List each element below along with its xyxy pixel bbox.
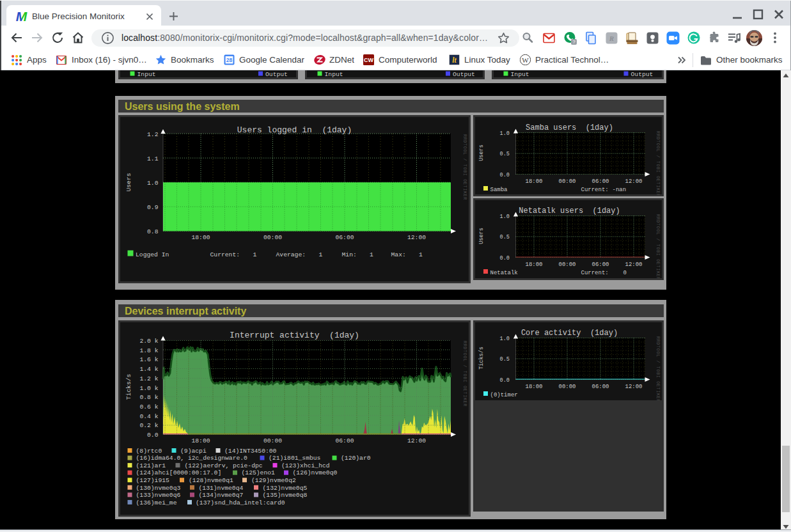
svg-text:1.2 k: 1.2 k [139, 375, 158, 382]
svg-text:(133)nvme0q6: (133)nvme0q6 [136, 492, 180, 499]
svg-text:0.8 k: 0.8 k [139, 394, 158, 401]
svg-text:(122)aerdrv, pcie-dpc: (122)aerdrv, pcie-dpc [184, 462, 262, 469]
svg-text:Current:: Current: [581, 187, 608, 193]
svg-text:-nan: -nan [612, 187, 626, 193]
svg-text:(121)ar1: (121)ar1 [136, 462, 166, 469]
svg-text:Netatalk: Netatalk [490, 269, 517, 276]
svg-text:1.0: 1.0 [499, 335, 509, 341]
svg-text:(8)rtc0: (8)rtc0 [136, 447, 162, 454]
svg-text:0.5: 0.5 [499, 234, 509, 240]
svg-text:12:00: 12:00 [407, 437, 425, 444]
svg-text:Ticks/s: Ticks/s [478, 347, 485, 370]
svg-text:06:00: 06:00 [591, 384, 609, 390]
svg-text:0: 0 [623, 269, 626, 276]
svg-text:1: 1 [370, 251, 373, 258]
svg-text:(131)nvme0q4: (131)nvme0q4 [198, 484, 243, 491]
svg-text:Samba: Samba [490, 187, 508, 193]
svg-text:(21)i801_smbus: (21)i801_smbus [269, 455, 321, 462]
svg-text:(137)snd_hda_intel:card0: (137)snd_hda_intel:card0 [196, 499, 285, 506]
svg-text:0.4 k: 0.4 k [139, 412, 158, 419]
svg-text:(9)acpi: (9)acpi [180, 447, 207, 454]
svg-text:00:00: 00:00 [263, 437, 281, 444]
svg-text:(0)timer: (0)timer [490, 391, 517, 398]
svg-text:Current:: Current: [210, 251, 240, 258]
svg-text:?: ? [572, 39, 575, 45]
svg-text:1.0: 1.0 [147, 180, 159, 187]
svg-text:1.2: 1.2 [147, 131, 159, 138]
svg-text:(124)ahci[0000:00:17.0]: (124)ahci[0000:00:17.0] [136, 469, 221, 476]
svg-text:12:00: 12:00 [625, 384, 642, 390]
svg-text:18:00: 18:00 [525, 384, 542, 390]
svg-text:0.5: 0.5 [499, 151, 509, 157]
svg-text:Netatalk users (1day): Netatalk users (1day) [519, 207, 620, 215]
svg-text:Ticks/s: Ticks/s [125, 373, 132, 400]
svg-text:18:00: 18:00 [191, 234, 210, 241]
svg-text:lt: lt [452, 56, 457, 64]
svg-text:(129)nvme0q2: (129)nvme0q2 [251, 477, 296, 484]
svg-text:06:00: 06:00 [591, 178, 609, 185]
svg-text:Users: Users [478, 228, 485, 244]
svg-text:12:00: 12:00 [625, 178, 642, 185]
svg-text:00:00: 00:00 [558, 384, 576, 390]
svg-text:00:00: 00:00 [263, 234, 281, 241]
svg-text:1.0 k: 1.0 k [139, 384, 158, 391]
svg-text:Logged In: Logged In [136, 251, 169, 258]
svg-text:12:00: 12:00 [407, 234, 425, 241]
svg-text:0.0: 0.0 [499, 172, 509, 178]
svg-text:M: M [16, 10, 27, 22]
svg-text:Core activity (1day): Core activity (1day) [521, 329, 617, 338]
svg-text:(120)ar0: (120)ar0 [341, 455, 371, 462]
svg-text:18:00: 18:00 [525, 262, 542, 268]
svg-text:CW: CW [364, 57, 373, 63]
svg-text:0.0: 0.0 [499, 254, 509, 261]
svg-text:Output: Output [453, 71, 475, 78]
svg-text:1: 1 [318, 251, 322, 258]
svg-text:Samba users (1day): Samba users (1day) [526, 123, 613, 132]
svg-text:0.0: 0.0 [147, 432, 159, 439]
svg-text:Output: Output [631, 71, 654, 78]
svg-text:(130)nvme0q3: (130)nvme0q3 [136, 484, 180, 491]
svg-text:0.0: 0.0 [499, 377, 509, 383]
svg-text:(14)INT3450:00: (14)INT3450:00 [224, 447, 277, 454]
svg-text:0.8: 0.8 [147, 228, 159, 235]
svg-text:Users: Users [125, 173, 132, 191]
svg-text:(127)i915: (127)i915 [136, 477, 169, 484]
svg-text:06:00: 06:00 [335, 437, 354, 444]
svg-text:(16)idma64.0, i2c_designware.0: (16)idma64.0, i2c_designware.0 [136, 455, 247, 462]
svg-text:0.9: 0.9 [147, 204, 159, 211]
svg-text:1.8 k: 1.8 k [139, 347, 158, 354]
svg-text:RRDTOOL / TOBI OETIKER: RRDTOOL / TOBI OETIKER [655, 131, 661, 195]
svg-text:Input: Input [511, 71, 529, 78]
svg-text:R: R [609, 35, 614, 42]
svg-text:RRDTOOL / TOBI OETIKER: RRDTOOL / TOBI OETIKER [655, 336, 661, 400]
svg-text:(136)mei_me: (136)mei_me [136, 499, 176, 506]
svg-text:(135)nvme0q8: (135)nvme0q8 [262, 492, 307, 499]
svg-text:RRDTOOL / TOBI OETIKER: RRDTOOL / TOBI OETIKER [462, 134, 467, 200]
svg-text:Users: Users [478, 145, 485, 161]
svg-text:1: 1 [253, 251, 256, 258]
svg-text:W: W [522, 56, 529, 64]
svg-text:1.0: 1.0 [499, 213, 509, 219]
svg-text:00:00: 00:00 [558, 178, 576, 185]
svg-text:1: 1 [419, 251, 423, 258]
svg-text:0.2 k: 0.2 k [139, 422, 158, 429]
svg-text:0.6 k: 0.6 k [139, 403, 158, 410]
svg-text:06:00: 06:00 [591, 262, 609, 268]
svg-text:00:00: 00:00 [558, 262, 576, 268]
svg-text:RRDTOOL / TOBI OETIKER: RRDTOOL / TOBI OETIKER [462, 341, 467, 407]
svg-text:(123)xhci_hcd: (123)xhci_hcd [281, 462, 330, 469]
svg-text:Max:: Max: [391, 251, 405, 258]
svg-text:Input: Input [137, 71, 156, 78]
svg-text:12:00: 12:00 [625, 262, 642, 268]
svg-text:(132)nvme0q5: (132)nvme0q5 [262, 484, 307, 491]
svg-text:18:00: 18:00 [191, 437, 210, 444]
svg-text:(126)nvme0q0: (126)nvme0q0 [292, 469, 337, 476]
svg-text:Interrupt activity (1day): Interrupt activity (1day) [230, 330, 359, 340]
svg-text:Output: Output [265, 71, 288, 78]
svg-text:(128)nvme0q1: (128)nvme0q1 [189, 477, 233, 484]
svg-text:1.0: 1.0 [499, 130, 509, 137]
svg-text:(134)nvme0q7: (134)nvme0q7 [198, 492, 243, 499]
svg-text:06:00: 06:00 [335, 234, 354, 241]
svg-text:Input: Input [325, 71, 343, 78]
svg-text:Min:: Min: [341, 251, 356, 258]
